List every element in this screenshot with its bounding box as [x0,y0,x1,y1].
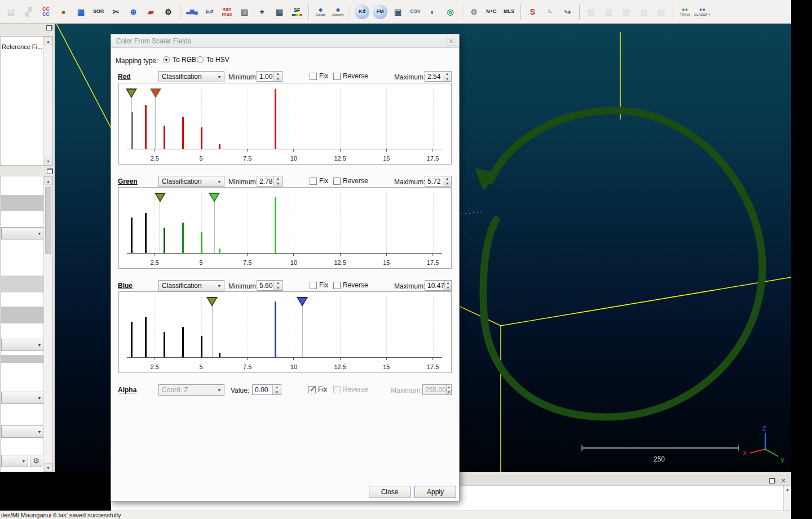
settings-gear-button[interactable]: ⚙ [30,455,42,467]
tick-label: 2.5 [151,155,159,162]
blue-field-combo[interactable]: Classification ▼ [158,280,224,291]
kd-tree-icon[interactable]: Kd [355,5,369,19]
checkbox-icon [310,73,317,80]
globe-dark-icon[interactable]: ◐ [425,2,441,21]
polyline-tool-icon[interactable]: ▞ [20,2,37,21]
layers-icon[interactable]: ▰ [143,2,159,21]
scroll-down-icon[interactable]: ▼ [44,463,52,472]
red-field-combo[interactable]: Classification ▼ [158,71,224,82]
property-combo[interactable]: ▼ [1,392,44,404]
canupo-classify-icon[interactable]: ◈Classify [330,2,346,21]
to-rgb-radio[interactable]: To RGB [163,56,196,64]
rainbow-4-icon[interactable]: ▨ [636,2,652,21]
alpha-fix-checkbox[interactable]: Fix [308,385,327,393]
marker-line [155,97,156,149]
classify-icon[interactable]: ●●CLASSIFY [694,2,710,21]
green-reverse-checkbox[interactable]: Reverse [333,177,368,185]
green-field-combo[interactable]: Classification ▼ [158,176,224,187]
red-histogram[interactable]: 2.557.51012.51517.5 [118,83,452,165]
red-reverse-checkbox[interactable]: Reverse [333,72,368,80]
spinner-arrows-icon[interactable]: ▲▼ [272,385,281,394]
color-histogram-icon[interactable]: ▃▆▄ [184,2,200,21]
rainbow-2-icon[interactable]: ▨ [601,2,617,21]
gridline [248,296,248,357]
scroll-thumb[interactable] [45,187,51,254]
maximum-label: Maximum: [394,282,425,290]
scissors-icon[interactable]: ✂ [108,2,124,21]
blue-fix-checkbox[interactable]: Fix [310,281,328,289]
csv-export-icon[interactable]: CSV [407,2,423,21]
console-float-icon[interactable] [769,478,775,483]
green-maximum-spin[interactable]: 5.72 ▲▼ [425,176,452,187]
property-combo[interactable]: ▼ [1,227,44,239]
spinner-arrows-icon[interactable]: ▲▼ [273,176,282,186]
train-icon[interactable]: ●●TRAIN [677,2,693,21]
canupo-create-icon[interactable]: ◈Create [312,2,329,21]
close-button[interactable]: Close [369,486,411,498]
terrain-icon[interactable]: ● [55,2,72,21]
globe-icon[interactable]: ◎ [442,2,458,21]
color-from-scalar-fields-dialog: Color From Scalar Fields ✕ Mapping type:… [111,34,460,502]
red-maximum-spin[interactable]: 2.54 ▲▼ [425,71,452,82]
green-histogram[interactable]: 2.557.51012.51517.5 [118,187,452,269]
spinner-arrows-icon[interactable]: ▲▼ [444,281,451,290]
properties-scrollbar[interactable]: ▲ ▼ [43,176,52,472]
rainbow-5-icon[interactable]: ▨ [653,2,669,21]
blue-minimum-spin[interactable]: 5.60 ▲▼ [257,280,283,291]
normals-compute-icon[interactable]: N+C [483,2,500,21]
tree-item-label[interactable]: Reference Fi... [2,43,42,50]
property-combo[interactable]: ▼ [1,425,44,438]
close-icon[interactable]: ✕ [446,37,456,46]
green-fix-checkbox[interactable]: Fix [310,177,328,185]
mls-icon[interactable]: MLS [501,2,517,21]
plus-icon[interactable]: + [254,2,270,21]
scroll-down-icon[interactable]: ▼ [44,157,52,165]
red-minimum-spin[interactable]: 1.00 ▲▼ [257,71,283,82]
dock-float-icon[interactable] [46,25,52,30]
sf-icon[interactable]: SF [289,2,305,21]
dialog-title[interactable]: Color From Scalar Fields [111,34,459,48]
rainbow-1-icon[interactable]: ▨ [583,2,599,21]
console-close-icon[interactable]: × [781,478,785,483]
scroll-up-icon[interactable]: ▲ [44,176,52,185]
s-curve-icon[interactable]: S [524,2,541,21]
scroll-up-icon[interactable]: ▲ [44,37,52,45]
fm-icon[interactable]: FM [373,5,387,19]
blue-reverse-checkbox[interactable]: Reverse [333,281,368,289]
spinner-arrows-icon[interactable]: ▲▼ [443,176,451,186]
minmax-icon[interactable]: minmax [219,2,235,21]
sor-filter-icon[interactable]: SOR [90,2,107,21]
cloudcompare-cc-icon[interactable]: CCCC [38,2,54,21]
spinner-arrows-icon[interactable]: ▲▼ [443,72,451,81]
paste-icon[interactable]: ▤ [3,2,19,21]
dock-float-icon[interactable] [47,168,53,174]
to-hsv-radio[interactable]: To HSV [197,56,230,64]
rainbow-3-icon[interactable]: ▨ [618,2,634,21]
histogram-icon[interactable]: ▥ [236,2,253,21]
spinner-arrows-icon[interactable]: ▲▼ [273,281,282,290]
gears-icon[interactable]: ⚙ [466,2,482,21]
calculator-icon[interactable]: ▦ [271,2,288,21]
console-scrollbar[interactable]: ▲ [783,486,791,511]
checkbox-icon [310,282,317,289]
axis-y-label: Y [780,457,785,464]
tool-icon[interactable]: ⚙ [160,2,176,21]
gaussian-icon[interactable]: μ,σ [201,2,218,21]
alpha-channel-row: Alpha Coord. Z ▼ Value: 0.00 ▲▼ Fix Reve… [111,384,459,396]
segment-icon[interactable]: ⊕ [125,2,142,21]
alpha-value-spin[interactable]: 0.00 ▲▼ [252,384,281,395]
property-combo[interactable]: ▼ [1,455,28,467]
green-minimum-spin[interactable]: 2.78 ▲▼ [257,176,283,187]
tree-scrollbar[interactable]: ▲ ▼ [43,37,52,165]
red-fix-checkbox[interactable]: Fix [310,72,328,80]
spinner-arrows-icon[interactable]: ▲▼ [273,72,282,81]
blue-maximum-spin[interactable]: 10.47 ▲▼ [425,280,452,291]
apply-button[interactable]: Apply [414,486,456,498]
gridline [248,88,248,149]
export-arrow-icon[interactable]: ↪ [559,2,576,21]
property-combo[interactable]: ▼ [1,339,44,351]
blue-histogram[interactable]: 2.557.51012.51517.5 [118,291,452,373]
s-gray-icon[interactable]: S. [542,2,558,21]
save-disk-icon[interactable]: ▣ [390,2,406,21]
checker-icon[interactable]: ▦ [73,2,89,21]
